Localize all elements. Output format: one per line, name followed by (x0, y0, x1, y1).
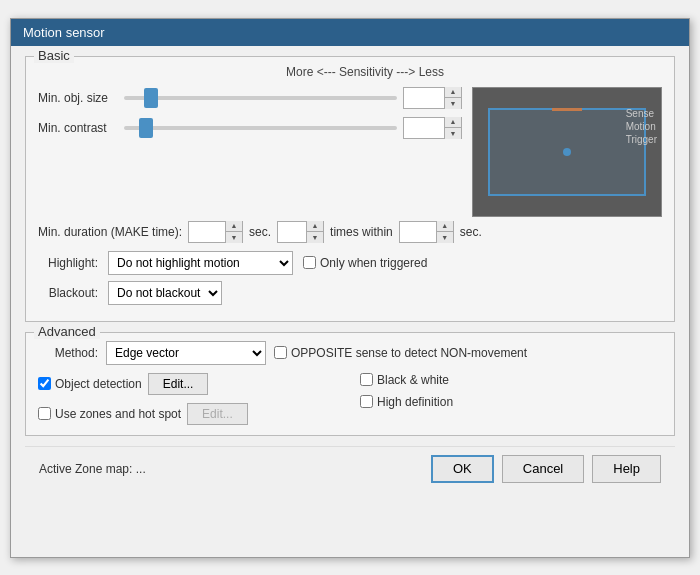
advanced-col-right: Black & white High definition (360, 373, 662, 425)
basic-left: Min. obj. size 200 ▲ ▼ (38, 87, 462, 217)
footer: Active Zone map: ... OK Cancel Help (25, 446, 675, 491)
duration-spinbox2-btns: ▲ ▼ (306, 221, 323, 243)
blackout-row: Blackout: Do not blackout Blackout (38, 281, 662, 305)
min-obj-size-up[interactable]: ▲ (445, 87, 461, 99)
basic-section-label: Basic (34, 48, 74, 63)
min-contrast-input[interactable]: 20 (404, 118, 444, 138)
use-zones-checkbox[interactable] (38, 407, 51, 420)
min-obj-size-spinbox[interactable]: 200 ▲ ▼ (403, 87, 462, 109)
opposite-sense-checkbox[interactable] (274, 346, 287, 359)
opposite-sense-label[interactable]: OPPOSITE sense to detect NON-movement (274, 346, 527, 360)
dialog-title: Motion sensor (11, 19, 689, 46)
duration-spinbox1-btns: ▲ ▼ (225, 221, 242, 243)
min-contrast-row: Min. contrast 20 ▲ ▼ (38, 117, 462, 139)
min-obj-size-input[interactable]: 200 (404, 88, 444, 108)
active-zone-label: Active Zone map: ... (39, 462, 421, 476)
side-label-trigger: Trigger (626, 134, 657, 145)
high-def-text: High definition (377, 395, 453, 409)
duration-up1[interactable]: ▲ (226, 221, 242, 233)
camera-preview: Sense Motion Trigger (472, 87, 662, 217)
method-select[interactable]: Edge vector Pixel comparison Optical flo… (106, 341, 266, 365)
camera-dot (563, 148, 571, 156)
side-labels: Sense Motion Trigger (626, 108, 657, 145)
min-contrast-down[interactable]: ▼ (445, 128, 461, 139)
dialog-body: Basic More <--- Sensitivity ---> Less Mi… (11, 46, 689, 501)
edit-button-1[interactable]: Edit... (148, 373, 209, 395)
duration-label: Min. duration (MAKE time): (38, 225, 182, 239)
sec1-label: sec. (249, 225, 271, 239)
method-label: Method: (38, 346, 98, 360)
advanced-col-left: Object detection Edit... Use zones and h… (38, 373, 340, 425)
min-contrast-thumb[interactable] (139, 118, 153, 138)
sec2-label: sec. (460, 225, 482, 239)
duration-up2[interactable]: ▲ (307, 221, 323, 233)
object-detection-row: Object detection Edit... (38, 373, 340, 395)
duration-down1[interactable]: ▼ (226, 232, 242, 243)
times-within-label: times within (330, 225, 393, 239)
side-label-sense: Sense (626, 108, 657, 119)
basic-main: Min. obj. size 200 ▲ ▼ (38, 87, 662, 217)
min-obj-size-slider[interactable] (124, 96, 397, 100)
min-obj-size-down[interactable]: ▼ (445, 98, 461, 109)
min-obj-size-row: Min. obj. size 200 ▲ ▼ (38, 87, 462, 109)
highlight-select[interactable]: Do not highlight motion Highlight motion… (108, 251, 293, 275)
opposite-sense-text: OPPOSITE sense to detect NON-movement (291, 346, 527, 360)
help-button[interactable]: Help (592, 455, 661, 483)
footer-buttons: OK Cancel Help (431, 455, 661, 483)
sensitivity-label: More <--- Sensitivity ---> Less (38, 65, 662, 79)
min-obj-size-spinbox-btns: ▲ ▼ (444, 87, 461, 109)
duration-input2[interactable]: 1 (278, 222, 306, 242)
duration-row: Min. duration (MAKE time): 1.0 ▲ ▼ sec. … (38, 221, 662, 243)
advanced-section: Advanced Method: Edge vector Pixel compa… (25, 332, 675, 436)
min-contrast-spinbox[interactable]: 20 ▲ ▼ (403, 117, 462, 139)
black-white-checkbox[interactable] (360, 373, 373, 386)
highlight-row: Highlight: Do not highlight motion Highl… (38, 251, 662, 275)
use-zones-row: Use zones and hot spot Edit... (38, 403, 340, 425)
min-obj-size-label: Min. obj. size (38, 91, 118, 105)
duration-spinbox3-btns: ▲ ▼ (436, 221, 453, 243)
high-def-label[interactable]: High definition (360, 395, 453, 409)
motion-sensor-dialog: Motion sensor Basic More <--- Sensitivit… (10, 18, 690, 558)
sensitivity-row: More <--- Sensitivity ---> Less (38, 65, 662, 79)
object-detection-text: Object detection (55, 377, 142, 391)
advanced-two-col: Object detection Edit... Use zones and h… (38, 373, 662, 425)
min-contrast-up[interactable]: ▲ (445, 117, 461, 129)
use-zones-label[interactable]: Use zones and hot spot (38, 407, 181, 421)
camera-rect (488, 108, 646, 196)
duration-spinbox2[interactable]: 1 ▲ ▼ (277, 221, 324, 243)
method-row: Method: Edge vector Pixel comparison Opt… (38, 341, 662, 365)
highlight-label: Highlight: (38, 256, 98, 270)
object-detection-checkbox[interactable] (38, 377, 51, 390)
duration-down3[interactable]: ▼ (437, 232, 453, 243)
object-detection-label[interactable]: Object detection (38, 377, 142, 391)
duration-input1[interactable]: 1.0 (189, 222, 225, 242)
min-contrast-spinbox-btns: ▲ ▼ (444, 117, 461, 139)
use-zones-text: Use zones and hot spot (55, 407, 181, 421)
cancel-button[interactable]: Cancel (502, 455, 584, 483)
duration-up3[interactable]: ▲ (437, 221, 453, 233)
advanced-section-label: Advanced (34, 324, 100, 339)
only-when-triggered-checkbox-label[interactable]: Only when triggered (303, 256, 427, 270)
duration-spinbox3[interactable]: 30 ▲ ▼ (399, 221, 454, 243)
high-def-checkbox[interactable] (360, 395, 373, 408)
min-contrast-label: Min. contrast (38, 121, 118, 135)
black-white-row: Black & white (360, 373, 662, 387)
advanced-grid: Method: Edge vector Pixel comparison Opt… (38, 341, 662, 425)
blackout-select[interactable]: Do not blackout Blackout (108, 281, 222, 305)
black-white-text: Black & white (377, 373, 449, 387)
min-obj-size-thumb[interactable] (144, 88, 158, 108)
duration-down2[interactable]: ▼ (307, 232, 323, 243)
duration-spinbox1[interactable]: 1.0 ▲ ▼ (188, 221, 243, 243)
high-def-row: High definition (360, 395, 662, 409)
blackout-label: Blackout: (38, 286, 98, 300)
black-white-label[interactable]: Black & white (360, 373, 449, 387)
ok-button[interactable]: OK (431, 455, 494, 483)
only-when-triggered-label: Only when triggered (320, 256, 427, 270)
camera-top-line (552, 108, 582, 111)
min-contrast-slider[interactable] (124, 126, 397, 130)
basic-section: Basic More <--- Sensitivity ---> Less Mi… (25, 56, 675, 322)
side-label-motion: Motion (626, 121, 657, 132)
duration-input3[interactable]: 30 (400, 222, 436, 242)
edit-button-2[interactable]: Edit... (187, 403, 248, 425)
only-when-triggered-checkbox[interactable] (303, 256, 316, 269)
